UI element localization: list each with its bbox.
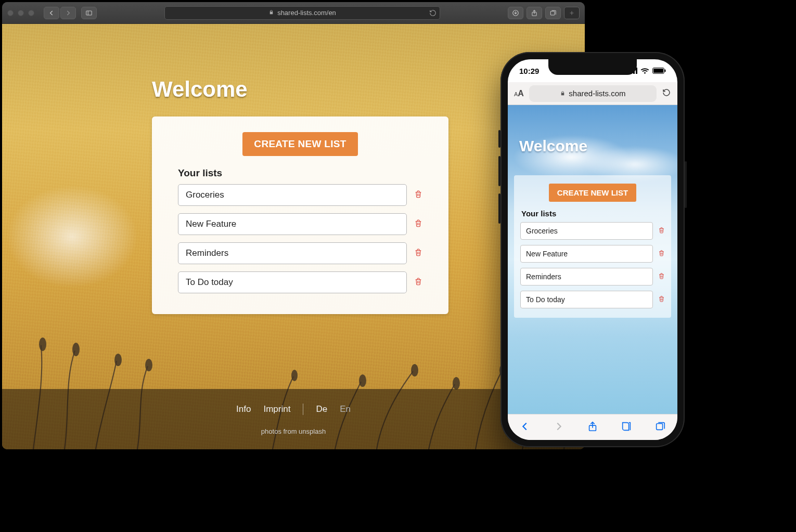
svg-rect-5 xyxy=(550,11,555,15)
share-button[interactable] xyxy=(527,7,542,19)
mobile-address-bar: AA shared-lists.com xyxy=(508,82,677,105)
footer-info-link[interactable]: Info xyxy=(236,404,251,414)
sidebar-toggle-button[interactable] xyxy=(81,7,97,19)
back-button[interactable] xyxy=(44,7,59,19)
page-footer: Info Imprint De En photos from unsplash xyxy=(2,389,585,449)
power-button xyxy=(685,161,687,208)
fullscreen-window-icon[interactable] xyxy=(28,10,34,16)
mobile-bookmarks-button[interactable] xyxy=(621,421,632,434)
mobile-back-button[interactable] xyxy=(519,421,531,434)
mobile-url-text: shared-lists.com xyxy=(569,89,625,98)
safari-window: shared-lists.com/en xyxy=(2,2,585,449)
reader-aa-icon[interactable]: AA xyxy=(514,89,524,98)
list-row: New Feature xyxy=(520,245,665,263)
list-item[interactable]: To Do today xyxy=(178,271,407,293)
trash-icon[interactable] xyxy=(414,189,422,201)
trash-icon[interactable] xyxy=(414,248,422,259)
volume-up-button xyxy=(498,156,500,186)
close-window-icon[interactable] xyxy=(7,10,14,16)
status-time: 10:29 xyxy=(519,67,539,75)
trash-icon[interactable] xyxy=(658,295,665,305)
phone-screen: 10:29 AA shared-lists.com xyxy=(508,59,677,440)
footer-imprint-link[interactable]: Imprint xyxy=(263,404,290,414)
mobile-your-lists-label: Your lists xyxy=(521,209,664,218)
list-item[interactable]: Reminders xyxy=(520,268,653,286)
separator xyxy=(303,404,303,415)
notch xyxy=(548,59,637,75)
tabs-button[interactable] xyxy=(545,7,561,19)
mobile-tabs-button[interactable] xyxy=(654,421,666,434)
mobile-welcome-heading: Welcome xyxy=(519,137,587,155)
mute-switch xyxy=(498,130,500,148)
mobile-share-button[interactable] xyxy=(587,421,598,434)
photo-credit: photos from unsplash xyxy=(261,427,326,435)
new-tab-button[interactable] xyxy=(564,7,580,19)
reload-icon[interactable] xyxy=(662,88,671,99)
traffic-lights xyxy=(7,10,34,16)
trash-icon[interactable] xyxy=(658,249,665,259)
mobile-lists-card: CREATE NEW LIST Your lists Groceries New… xyxy=(514,175,671,318)
url-text: shared-lists.com/en xyxy=(277,9,336,17)
list-row: To Do today xyxy=(520,291,665,308)
downloads-button[interactable] xyxy=(508,7,523,19)
list-item[interactable]: New Feature xyxy=(178,213,407,235)
lang-de-link[interactable]: De xyxy=(316,404,327,414)
list-item[interactable]: Reminders xyxy=(178,242,407,264)
list-item[interactable]: Groceries xyxy=(520,222,653,240)
mobile-forward-button[interactable] xyxy=(553,421,564,434)
welcome-heading: Welcome xyxy=(152,77,248,102)
lock-icon xyxy=(560,90,566,96)
reload-icon[interactable] xyxy=(429,9,436,18)
minimize-window-icon[interactable] xyxy=(18,10,24,16)
trash-icon[interactable] xyxy=(414,277,422,288)
iphone-mockup: 10:29 AA shared-lists.com xyxy=(500,52,685,447)
list-item[interactable]: New Feature xyxy=(520,245,653,263)
trash-icon[interactable] xyxy=(658,272,665,282)
svg-rect-24 xyxy=(665,70,666,72)
volume-down-button xyxy=(498,193,500,224)
svg-rect-0 xyxy=(86,10,92,15)
mobile-page-content: Welcome CREATE NEW LIST Your lists Groce… xyxy=(508,105,677,414)
create-new-list-button[interactable]: CREATE NEW LIST xyxy=(242,132,357,156)
list-item[interactable]: To Do today xyxy=(520,291,653,308)
mobile-url-field[interactable]: shared-lists.com xyxy=(529,85,657,102)
mobile-safari-toolbar xyxy=(508,414,677,440)
list-row: To Do today xyxy=(178,271,422,293)
svg-rect-26 xyxy=(657,423,663,430)
lists-card: CREATE NEW LIST Your lists Groceries New… xyxy=(152,116,448,314)
lock-icon xyxy=(268,9,274,17)
forward-button[interactable] xyxy=(60,7,76,19)
list-row: Groceries xyxy=(520,222,665,240)
lang-en-link[interactable]: En xyxy=(340,404,351,414)
window-titlebar: shared-lists.com/en xyxy=(2,2,585,24)
battery-icon xyxy=(652,68,666,74)
wifi-icon xyxy=(640,68,649,74)
trash-icon[interactable] xyxy=(658,226,665,236)
svg-rect-23 xyxy=(653,69,663,73)
list-row: New Feature xyxy=(178,213,422,235)
list-row: Reminders xyxy=(178,242,422,264)
list-item[interactable]: Groceries xyxy=(178,184,407,206)
list-row: Reminders xyxy=(520,268,665,286)
trash-icon[interactable] xyxy=(414,218,422,230)
your-lists-label: Your lists xyxy=(178,167,422,179)
page-content: Welcome CREATE NEW LIST Your lists Groce… xyxy=(2,24,585,449)
list-row: Groceries xyxy=(178,184,422,206)
mobile-create-new-list-button[interactable]: CREATE NEW LIST xyxy=(549,184,636,202)
address-bar[interactable]: shared-lists.com/en xyxy=(164,6,440,20)
